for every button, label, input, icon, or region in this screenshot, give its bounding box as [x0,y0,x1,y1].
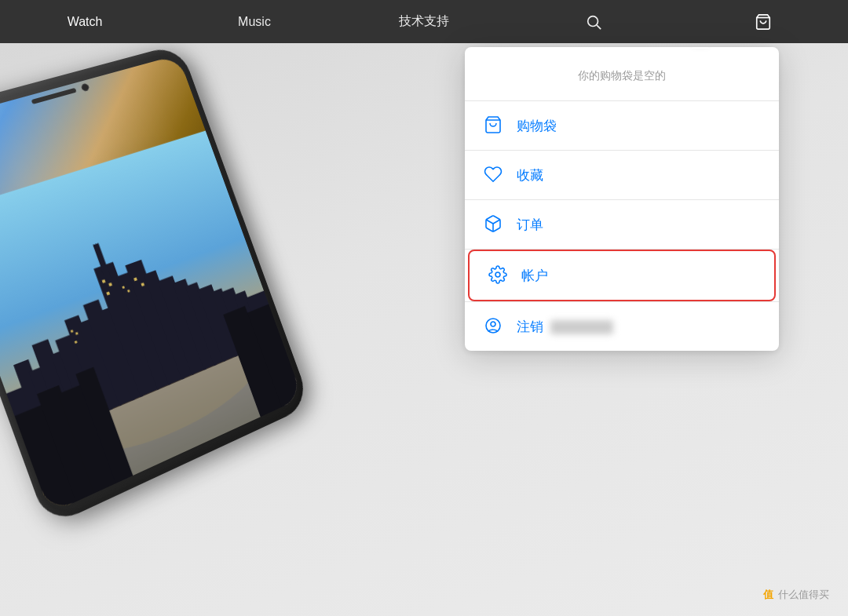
nav-watch[interactable]: Watch [0,0,170,43]
svg-point-48 [486,319,500,333]
phone-shape [0,44,311,528]
svg-point-49 [491,322,495,326]
account-menu-label: 帐户 [521,267,548,285]
dropdown-item-orders[interactable]: 订单 [465,200,779,249]
nav-bag[interactable] [678,0,848,43]
nav-support-label: 技术支持 [399,13,449,30]
nav-music-label: Music [238,15,271,29]
dropdown-item-signout[interactable]: 注销 username [465,302,779,351]
city-skyline [0,55,302,514]
dropdown-item-bag[interactable]: 购物袋 [465,101,779,150]
watermark-site: 什么值得买 [778,588,829,602]
dropdown-item-favorites[interactable]: 收藏 [465,151,779,199]
phone-screen [0,55,302,514]
watermark: 值 什么值得买 [763,588,829,602]
nav-search[interactable] [509,0,678,43]
navbar: Watch Music 技术支持 [0,0,848,43]
phone-container [0,43,424,498]
person-circle-icon [484,316,504,337]
nav-items: Watch Music 技术支持 [0,0,848,43]
nav-support[interactable]: 技术支持 [339,0,509,43]
nav-music[interactable]: Music [170,0,339,43]
gear-icon [488,265,509,286]
svg-point-0 [588,16,598,26]
box-icon [484,214,504,235]
dropdown-popup: 你的购物袋是空的 购物袋 收藏 [465,47,779,351]
watermark-logo: 值 [763,588,773,602]
search-icon [585,13,602,31]
svg-point-47 [495,272,500,277]
svg-line-1 [597,25,601,29]
phone-body [0,44,311,528]
heart-icon [484,165,504,185]
username-blurred: username [550,320,613,334]
orders-menu-label: 订单 [517,216,543,234]
nav-watch-label: Watch [68,15,103,29]
bag-icon [755,13,772,31]
bag-menu-icon [484,115,504,136]
signout-menu-label: 注销 username [517,318,613,336]
favorites-menu-label: 收藏 [517,166,543,184]
dropdown-item-account[interactable]: 帐户 [468,250,776,301]
bag-menu-label: 购物袋 [517,117,557,135]
dropdown-empty-message: 你的购物袋是空的 [465,47,779,100]
